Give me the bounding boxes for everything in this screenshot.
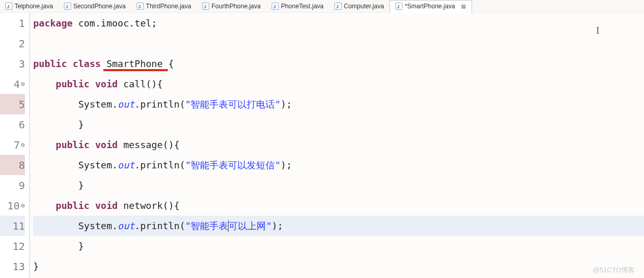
svg-text:J: J [273,4,276,9]
code-line: } [33,175,644,195]
editor: 1 2 3 4⊖ 5 6 7⊖ 8 9 10⊖ 11 12 13 I packa… [0,13,644,278]
tab-smartphone[interactable]: J *SmartPhone.java ⊠ [390,0,472,13]
code-line: public void call(){ [33,74,644,94]
line-number: 6 [0,114,25,135]
line-number: 8 [0,155,25,175]
class-name-underlined: SmartPhone [106,58,163,69]
svg-text:J: J [65,4,68,9]
svg-text:J: J [397,4,399,9]
tab-label: Computer.java [344,3,384,10]
tab-fourthphone[interactable]: J FourthPhone.java [197,0,266,13]
line-number: 2 [0,33,25,54]
code-line: public class SmartPhone { [33,54,644,74]
tab-thirdphone[interactable]: J ThirdPhone.java [131,0,197,13]
fold-marker-icon[interactable]: ⊖ [21,141,25,149]
java-file-icon: J [5,3,12,10]
tab-label: PhoneTest.java [281,3,324,10]
java-file-icon: J [202,3,209,10]
line-number: 1 [0,13,25,33]
code-line: public void network(){ [33,195,644,216]
fold-marker-icon[interactable]: ⊖ [21,202,25,209]
tab-phonetest[interactable]: J PhoneTest.java [266,0,329,13]
tab-computer[interactable]: J Computer.java [329,0,390,13]
java-file-icon: J [395,3,403,10]
watermark: @51CTO博客 [593,266,635,275]
code-line [33,33,644,54]
line-number: 3 [0,54,25,74]
tab-label: SecondPhone.java [73,3,126,10]
gutter: 1 2 3 4⊖ 5 6 7⊖ 8 9 10⊖ 11 12 13 [0,13,30,278]
svg-text:J: J [7,4,9,9]
code-area[interactable]: I package com.imooc.tel; public class Sm… [30,13,644,278]
code-line: } [33,236,644,256]
code-line: public void message(){ [33,135,644,155]
line-number: 12 [0,236,25,256]
java-file-icon: J [64,3,71,10]
tab-telphone[interactable]: J Telphone.java [0,0,59,13]
line-number: 13 [0,256,25,276]
line-number: 9 [0,175,25,195]
java-file-icon: J [334,3,342,10]
line-number: 5 [0,94,25,114]
tab-bar: J Telphone.java J SecondPhone.java J Thi… [0,0,644,13]
svg-text:J: J [204,4,206,9]
text-cursor-icon: I [596,25,597,38]
code-line: System.out.println("智能手表可以打电话"); [33,94,644,114]
code-line: package com.imooc.tel; [33,13,644,33]
line-number: 7⊖ [0,135,25,155]
java-file-icon: J [137,3,144,10]
svg-text:J: J [336,4,339,9]
line-number: 4⊖ [0,74,25,94]
tab-secondphone[interactable]: J SecondPhone.java [59,0,131,13]
tab-label: FourthPhone.java [211,3,261,10]
tab-label: Telphone.java [15,3,53,10]
close-icon[interactable]: ⊠ [460,3,466,9]
java-file-icon: J [272,3,279,10]
tab-label: *SmartPhone.java [405,3,455,10]
fold-marker-icon[interactable]: ⊖ [21,80,25,88]
code-line: } [33,114,644,135]
line-number: 10⊖ [0,195,25,216]
code-line: } [33,256,644,276]
line-number: 11 [0,216,25,236]
tab-label: ThirdPhone.java [146,3,191,10]
svg-text:J: J [138,4,141,9]
code-line: System.out.println("智能手表可以发短信"); [33,155,644,175]
code-line-current: System.out.println("智能手表可以上网"); [33,216,644,236]
